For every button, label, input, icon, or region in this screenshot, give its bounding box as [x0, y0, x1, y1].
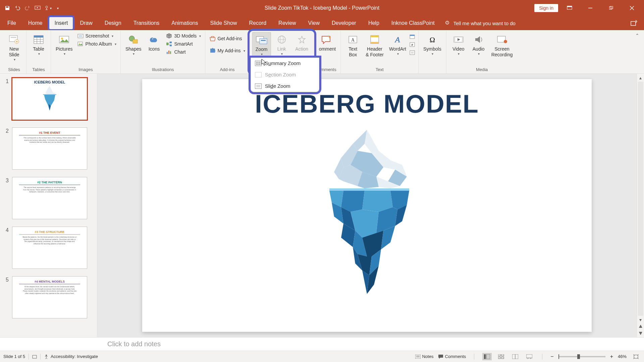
slide-sorter-view-icon[interactable] [496, 353, 506, 360]
summary-zoom-item[interactable]: Summary Zoom [251, 58, 319, 69]
svg-rect-37 [170, 51, 171, 54]
tab-developer[interactable]: Developer [326, 16, 362, 30]
tell-me-search[interactable]: Tell me what you want to do [445, 16, 516, 30]
scroll-track[interactable] [638, 82, 643, 316]
thumbnail-panel[interactable]: 1 ICEBERG MODEL 2 #1 THE EVENT This corr… [0, 74, 97, 337]
maximize-icon[interactable] [602, 1, 621, 15]
thumbnail-slide-4[interactable]: #3 THE STRUCTURE Below the patterns, the… [12, 227, 87, 269]
thumbnail-slide-3[interactable]: #2 THE PATTERN The second level represen… [12, 177, 87, 219]
table-button[interactable]: Table▾ [29, 32, 48, 57]
comment-icon: ✦ [320, 34, 332, 46]
tab-slideshow[interactable]: Slide Show [204, 16, 243, 30]
svg-point-1 [46, 6, 48, 8]
fit-to-window-icon[interactable] [631, 353, 641, 360]
smartart-button[interactable]: SmartArt [165, 40, 202, 48]
svg-rect-105 [498, 354, 500, 356]
pictures-button[interactable]: Pictures▾ [54, 32, 75, 57]
zoom-button[interactable]: Zoom▾ Summary Zoom Section Zoom Slide Zo… [252, 32, 271, 58]
slide-canvas[interactable]: ICEBERG MODEL [142, 79, 592, 332]
thumbnail-slide-1[interactable]: ICEBERG MODEL [12, 78, 87, 120]
slide-title[interactable]: ICEBERG MODEL [255, 89, 479, 118]
audio-button[interactable]: Audio▾ [469, 32, 488, 57]
next-slide-icon[interactable]: ⯆ [638, 330, 643, 336]
tab-draw[interactable]: Draw [74, 16, 98, 30]
notes-pane[interactable]: Click to add notes [0, 337, 644, 351]
notes-toggle[interactable]: Notes [415, 354, 433, 359]
slide-zoom-item[interactable]: Slide Zoom [251, 80, 319, 92]
screenshot-button[interactable]: Screenshot▾ [76, 32, 118, 40]
tab-file[interactable]: File [1, 16, 22, 30]
tab-home[interactable]: Home [22, 16, 49, 30]
audio-icon [473, 34, 485, 46]
tab-insert[interactable]: Insert [48, 16, 74, 30]
slide-counter[interactable]: Slide 1 of 5 [3, 354, 25, 359]
tab-transitions[interactable]: Transitions [127, 16, 166, 30]
svg-point-62 [504, 40, 507, 43]
tab-view[interactable]: View [302, 16, 326, 30]
date-time-button[interactable] [410, 34, 416, 39]
sign-in-button[interactable]: Sign in [534, 4, 558, 12]
svg-rect-104 [486, 354, 490, 359]
slide-zoom-label: Slide Zoom [265, 83, 290, 89]
zoom-out-button[interactable]: − [550, 354, 553, 360]
wordart-button[interactable]: A WordArt▾ [387, 32, 408, 57]
svg-line-33 [168, 42, 170, 44]
save-icon[interactable] [3, 3, 12, 13]
accessibility-button[interactable]: Accessibility: Investigate [44, 354, 98, 359]
scroll-down-icon[interactable]: ▾ [638, 317, 643, 322]
normal-view-icon[interactable] [482, 353, 492, 360]
video-button[interactable]: Video▾ [449, 32, 468, 57]
comments-toggle[interactable]: Comments [438, 354, 466, 359]
scroll-up-icon[interactable]: ▴ [638, 75, 643, 80]
tab-help[interactable]: Help [362, 16, 385, 30]
tab-record[interactable]: Record [243, 16, 273, 30]
share-icon[interactable] [624, 16, 644, 30]
tab-design[interactable]: Design [99, 16, 127, 30]
my-addins-button[interactable]: My Add-ins▾ [208, 47, 246, 54]
collapse-ribbon-icon[interactable]: ⌃ [635, 33, 640, 38]
tab-classpoint[interactable]: Inknoe ClassPoint [385, 16, 441, 30]
object-button[interactable] [410, 50, 416, 55]
3d-models-button[interactable]: 3D Models▾ [165, 32, 202, 40]
action-button[interactable]: Action [292, 32, 311, 53]
comment-button[interactable]: ✦ omment [317, 32, 338, 53]
slideshow-view-icon[interactable] [525, 353, 534, 360]
new-slide-button[interactable]: ✦ New Slide▾ [5, 32, 23, 63]
symbols-button[interactable]: Ω Symbols▾ [421, 32, 443, 57]
prev-slide-icon[interactable]: ⯅ [638, 324, 643, 329]
get-addins-button[interactable]: Get Add-ins [208, 35, 246, 42]
link-button[interactable]: Link▾ [272, 32, 291, 57]
vertical-scrollbar[interactable]: ▴ ▾ ⯅ ⯆ [637, 74, 644, 337]
icons-button[interactable]: Icons [145, 32, 163, 53]
svg-rect-40 [261, 40, 266, 41]
redo-icon[interactable] [23, 3, 32, 13]
zoom-in-button[interactable]: + [610, 354, 613, 360]
photo-album-button[interactable]: Photo Album▾ [76, 40, 118, 48]
zoom-level[interactable]: 46% [618, 354, 627, 359]
thumbnail-slide-2[interactable]: #1 THE EVENT This corresponds to the sur… [12, 127, 87, 170]
language-button[interactable] [32, 354, 37, 359]
slide-editor[interactable]: ICEBERG MODEL [97, 74, 637, 337]
chart-button[interactable]: Chart [165, 48, 202, 56]
svg-rect-31 [170, 42, 172, 43]
start-slideshow-icon[interactable] [33, 3, 42, 13]
shapes-button[interactable]: Shapes▾ [123, 32, 143, 57]
thumbnail-slide-5[interactable]: #4 MENTAL MODELS At the deepest level, t… [12, 276, 87, 318]
tab-review[interactable]: Review [272, 16, 302, 30]
slide-number-button[interactable]: # [410, 42, 416, 47]
touch-mode-icon[interactable]: ▾ [43, 3, 52, 13]
svg-text:Ω: Ω [430, 36, 435, 44]
iceberg-graphic[interactable] [297, 125, 437, 313]
screen-recording-button[interactable]: Screen Recording [489, 32, 515, 59]
zoom-slider[interactable] [558, 356, 605, 357]
ribbon-display-options-icon[interactable] [560, 1, 579, 15]
svg-marker-81 [341, 191, 365, 212]
reading-view-icon[interactable] [511, 353, 520, 360]
close-icon[interactable] [623, 1, 641, 15]
header-footer-button[interactable]: Header & Footer [364, 32, 386, 59]
tab-animations[interactable]: Animations [165, 16, 204, 30]
customize-qat-icon[interactable]: ▾ [53, 3, 62, 13]
minimize-icon[interactable] [581, 1, 600, 15]
undo-icon[interactable] [13, 3, 22, 13]
textbox-button[interactable]: A Text Box [343, 32, 362, 59]
